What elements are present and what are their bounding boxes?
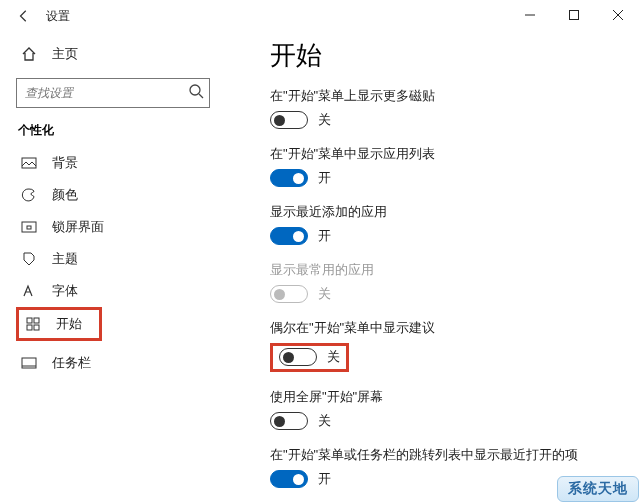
setting-app-list: 在"开始"菜单中显示应用列表 开 <box>270 145 620 187</box>
svg-line-5 <box>199 94 203 98</box>
setting-label: 显示最近添加的应用 <box>270 203 620 221</box>
titlebar: 设置 <box>0 0 640 32</box>
sidebar-item-themes[interactable]: 主题 <box>16 243 220 275</box>
svg-rect-7 <box>22 222 36 232</box>
close-button[interactable] <box>596 0 640 30</box>
sidebar: 主页 个性化 背景 颜色 锁屏界面 主题 字体 <box>0 32 220 503</box>
toggle-state: 关 <box>318 412 331 430</box>
window-title: 设置 <box>46 8 70 25</box>
toggle-app-list[interactable] <box>270 169 308 187</box>
sidebar-item-label: 颜色 <box>52 186 78 204</box>
toggle-state: 关 <box>327 348 340 366</box>
setting-fullscreen: 使用全屏"开始"屏幕 关 <box>270 388 620 430</box>
svg-rect-10 <box>34 318 39 323</box>
setting-label: 在"开始"菜单中显示应用列表 <box>270 145 620 163</box>
setting-label: 在"开始"菜单上显示更多磁贴 <box>270 87 620 105</box>
main-content: 开始 在"开始"菜单上显示更多磁贴 关 在"开始"菜单中显示应用列表 开 显示最… <box>220 32 640 503</box>
toggle-fullscreen[interactable] <box>270 412 308 430</box>
svg-rect-9 <box>27 318 32 323</box>
svg-rect-1 <box>570 11 579 20</box>
sidebar-item-lockscreen[interactable]: 锁屏界面 <box>16 211 220 243</box>
svg-rect-6 <box>22 158 36 168</box>
theme-icon <box>20 250 38 268</box>
sidebar-item-label: 背景 <box>52 154 78 172</box>
sidebar-item-home[interactable]: 主页 <box>16 38 220 70</box>
sidebar-item-label: 任务栏 <box>52 354 91 372</box>
sidebar-item-colors[interactable]: 颜色 <box>16 179 220 211</box>
sidebar-item-label: 字体 <box>52 282 78 300</box>
home-icon <box>20 45 38 63</box>
toggle-state: 开 <box>318 227 331 245</box>
search-icon <box>188 83 204 103</box>
svg-point-4 <box>190 85 200 95</box>
toggle-more-tiles[interactable] <box>270 111 308 129</box>
toggle-most-used <box>270 285 308 303</box>
toggle-state: 关 <box>318 285 331 303</box>
sidebar-item-label: 主题 <box>52 250 78 268</box>
setting-label: 显示最常用的应用 <box>270 261 620 279</box>
toggle-state: 开 <box>318 169 331 187</box>
watermark: 系统天地 <box>557 476 639 502</box>
svg-rect-11 <box>27 325 32 330</box>
svg-rect-8 <box>27 226 31 229</box>
sidebar-item-label: 主页 <box>52 45 78 63</box>
sidebar-item-start[interactable]: 开始 <box>22 312 96 336</box>
sidebar-item-background[interactable]: 背景 <box>16 147 220 179</box>
setting-more-tiles: 在"开始"菜单上显示更多磁贴 关 <box>270 87 620 129</box>
setting-most-used: 显示最常用的应用 关 <box>270 261 620 303</box>
search-container <box>16 78 210 108</box>
setting-label: 使用全屏"开始"屏幕 <box>270 388 620 406</box>
setting-suggestions: 偶尔在"开始"菜单中显示建议 关 <box>270 319 620 372</box>
toggle-state: 开 <box>318 470 331 488</box>
setting-label: 在"开始"菜单或任务栏的跳转列表中显示最近打开的项 <box>270 446 620 464</box>
window-controls <box>508 0 640 30</box>
sidebar-item-fonts[interactable]: 字体 <box>16 275 220 307</box>
minimize-button[interactable] <box>508 0 552 30</box>
search-input[interactable] <box>16 78 210 108</box>
setting-recent-apps: 显示最近添加的应用 开 <box>270 203 620 245</box>
sidebar-item-start-highlight: 开始 <box>16 307 102 341</box>
sidebar-item-label: 开始 <box>56 315 82 333</box>
toggle-state: 关 <box>318 111 331 129</box>
setting-label: 偶尔在"开始"菜单中显示建议 <box>270 319 620 337</box>
taskbar-icon <box>20 354 38 372</box>
sidebar-item-taskbar[interactable]: 任务栏 <box>16 347 220 379</box>
toggle-recent-apps[interactable] <box>270 227 308 245</box>
sidebar-item-label: 锁屏界面 <box>52 218 104 236</box>
palette-icon <box>20 186 38 204</box>
toggle-jumplist[interactable] <box>270 470 308 488</box>
sidebar-section-title: 个性化 <box>18 122 220 139</box>
back-button[interactable] <box>12 4 36 28</box>
start-icon <box>24 315 42 333</box>
picture-icon <box>20 154 38 172</box>
svg-rect-12 <box>34 325 39 330</box>
page-title: 开始 <box>270 38 620 73</box>
toggle-suggestions[interactable] <box>279 348 317 366</box>
maximize-button[interactable] <box>552 0 596 30</box>
toggle-highlight: 关 <box>270 343 349 372</box>
font-icon <box>20 282 38 300</box>
lockscreen-icon <box>20 218 38 236</box>
